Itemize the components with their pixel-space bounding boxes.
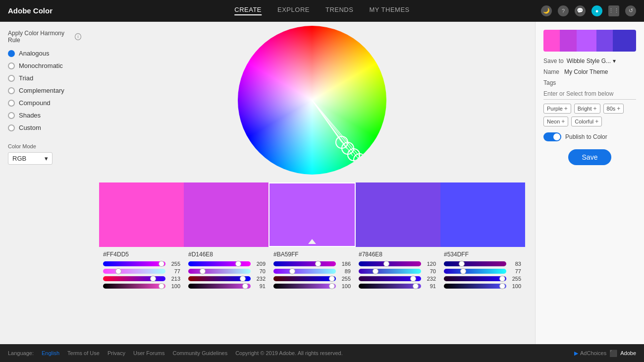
theme-swatch-3 (596, 30, 613, 52)
footer-terms[interactable]: Terms of Use (67, 350, 100, 356)
rule-compound[interactable]: Compound (8, 99, 81, 107)
swatch-4[interactable] (440, 182, 525, 247)
slider-b-0[interactable] (103, 276, 165, 281)
right-panel: Save to Wibble Style G... ▾ Name My Colo… (535, 22, 644, 344)
radio-custom (8, 124, 15, 131)
theme-swatch-4 (613, 30, 636, 52)
slider-b-4[interactable] (444, 276, 506, 281)
swatch-0[interactable] (99, 182, 184, 247)
rule-complementary[interactable]: Complementary (8, 87, 81, 94)
color-wheel-container (238, 26, 386, 175)
settings-icon[interactable]: ↺ (625, 5, 636, 16)
radio-triad (8, 75, 15, 82)
footer-privacy[interactable]: Privacy (107, 350, 125, 356)
slider-b-2[interactable] (273, 276, 336, 281)
adobe-logo-icon: ⬛ (609, 350, 617, 357)
slider-a-0[interactable] (103, 284, 165, 289)
svg-line-3 (312, 100, 359, 160)
slider-r-2[interactable] (273, 261, 336, 266)
slider-r-1[interactable] (188, 261, 251, 266)
footer-language[interactable]: English (42, 350, 59, 356)
color-mode-select[interactable]: RGB ▾ (8, 152, 53, 165)
moon-icon[interactable]: 🌙 (541, 5, 552, 16)
svg-point-7 (348, 149, 360, 161)
nav-right-icons: 🌙 ? 💬 ● ⋮⋮ ↺ (541, 5, 636, 16)
nav-trends[interactable]: TRENDS (325, 6, 353, 15)
harmony-label: Apply Color Harmony Rule i (8, 30, 81, 44)
slider-a-1[interactable] (188, 284, 251, 289)
harmony-rules: Analogous Monochromatic Triad Complement… (8, 50, 81, 131)
slider-g-3[interactable] (359, 269, 421, 274)
svg-line-1 (312, 100, 347, 149)
tag-plus-icon[interactable]: + (595, 118, 598, 125)
slider-a-3[interactable] (359, 284, 421, 289)
tags-input[interactable] (543, 88, 636, 100)
tag-plus-icon[interactable]: + (564, 105, 568, 112)
swatch-selected-arrow (308, 239, 316, 244)
color-value-0: #FF4DD5 255 77 213 (99, 251, 184, 291)
color-value-3: #7846E8 120 70 232 (355, 251, 440, 291)
nav-create[interactable]: CREATE (234, 6, 262, 15)
footer-guidelines[interactable]: Community Guidelines (173, 350, 228, 356)
grid-icon[interactable]: ⋮⋮ (608, 5, 619, 16)
tag-plus-icon[interactable]: + (617, 105, 620, 112)
svg-point-6 (342, 142, 354, 154)
slider-g-4[interactable] (444, 269, 506, 274)
rule-triad[interactable]: Triad (8, 74, 81, 82)
nav-my-themes[interactable]: MY THEMES (369, 6, 409, 15)
rule-monochromatic[interactable]: Monochromatic (8, 62, 81, 69)
slider-a-4[interactable] (444, 284, 506, 289)
nav-links: CREATE EXPLORE TRENDS MY THEMES (234, 6, 409, 15)
save-button[interactable]: Save (568, 149, 612, 165)
slider-r-3[interactable] (359, 261, 421, 266)
tag-colorful: Colorful + (571, 117, 602, 126)
name-row: Name My Color Theme (543, 68, 636, 75)
tag-purple: Purple + (543, 104, 571, 114)
save-to-row: Save to Wibble Style G... ▾ (543, 58, 636, 64)
info-icon[interactable]: i (75, 33, 81, 40)
slider-g-2[interactable] (273, 269, 336, 274)
toggle-knob (553, 133, 560, 140)
slider-g-0[interactable] (103, 269, 165, 274)
theme-swatch-1 (560, 30, 576, 52)
color-value-2: #BA59FF 186 89 255 (269, 251, 355, 291)
tags-row: Purple + Bright + 80s + Neon + Colorful (543, 104, 636, 126)
slider-b-3[interactable] (359, 276, 421, 281)
color-value-1: #D146E8 209 70 232 (184, 251, 269, 291)
avatar[interactable]: ● (591, 5, 602, 16)
svg-point-5 (336, 136, 348, 148)
slider-b-1[interactable] (188, 276, 251, 281)
tag-plus-icon[interactable]: + (561, 118, 565, 125)
rule-shades[interactable]: Shades (8, 112, 81, 119)
rule-custom[interactable]: Custom (8, 124, 81, 131)
tag-bright: Bright + (574, 104, 600, 114)
slider-g-1[interactable] (188, 269, 251, 274)
app-logo: Adobe Color (8, 6, 53, 15)
save-to-dropdown[interactable]: Wibble Style G... ▾ (567, 58, 616, 64)
chat-icon[interactable]: 💬 (575, 5, 586, 16)
radio-compound (8, 100, 15, 107)
chevron-down-icon: ▾ (613, 58, 616, 64)
publish-toggle[interactable] (543, 132, 561, 141)
slider-r-4[interactable] (444, 261, 506, 266)
wheel-handles-svg (238, 26, 386, 175)
nav-explore[interactable]: EXPLORE (277, 6, 310, 15)
swatch-1[interactable] (184, 182, 268, 247)
svg-line-0 (312, 100, 342, 142)
color-wheel[interactable] (238, 26, 386, 175)
tag-plus-icon[interactable]: + (593, 105, 597, 112)
radio-monochromatic (8, 62, 15, 69)
adchoices: ▶ AdChoices (574, 350, 606, 357)
help-icon[interactable]: ? (558, 5, 569, 16)
slider-a-2[interactable] (273, 284, 336, 289)
svg-line-2 (312, 100, 353, 156)
footer-forums[interactable]: User Forums (133, 350, 165, 356)
slider-r-0[interactable] (103, 261, 165, 266)
rule-analogous[interactable]: Analogous (8, 50, 81, 57)
tags-section: Tags Purple + Bright + 80s + Neon + (543, 79, 636, 126)
swatch-2[interactable] (268, 182, 355, 247)
adchoices-icon: ▶ (574, 350, 578, 357)
swatch-3[interactable] (356, 182, 440, 247)
main-layout: Apply Color Harmony Rule i Analogous Mon… (0, 22, 644, 344)
radio-shades (8, 112, 15, 119)
